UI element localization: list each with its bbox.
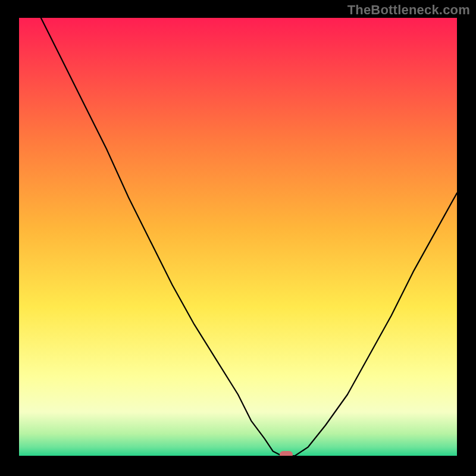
chart-svg [19, 18, 457, 456]
optimal-marker [280, 451, 293, 456]
plot-area [19, 18, 457, 456]
watermark-text: TheBottleneck.com [347, 2, 470, 18]
chart-frame: TheBottleneck.com [0, 0, 476, 476]
gradient-background [19, 18, 457, 456]
